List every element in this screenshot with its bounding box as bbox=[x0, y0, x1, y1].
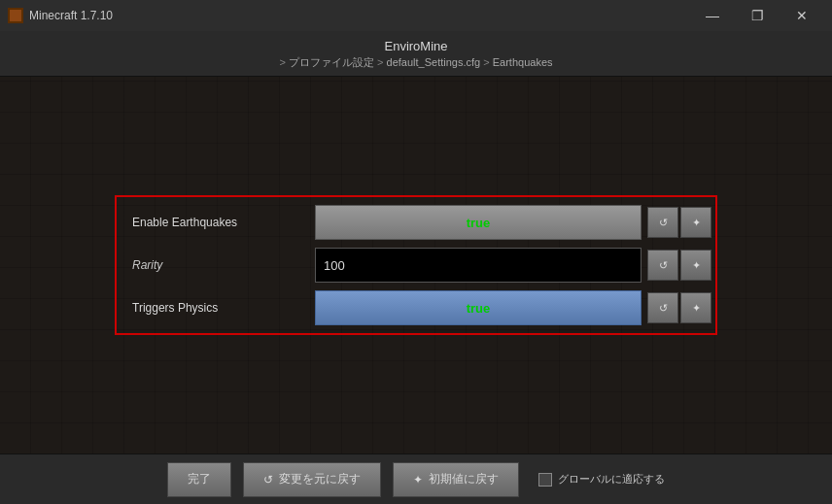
revert-button[interactable]: ↺ 変更を元に戻す bbox=[243, 462, 381, 497]
reset-enable-earthquakes[interactable]: ✦ bbox=[680, 207, 711, 238]
header: EnviroMine > プロファイル設定 > default_Settings… bbox=[0, 31, 832, 77]
value-enable-earthquakes: true bbox=[315, 205, 641, 240]
minimize-button[interactable]: — bbox=[690, 0, 735, 31]
breadcrumb-part2: default_Settings.cfg bbox=[387, 56, 481, 68]
undo-rarity[interactable]: ↺ bbox=[647, 250, 678, 281]
label-rarity: Rarity bbox=[121, 258, 315, 272]
done-button[interactable]: 完了 bbox=[167, 462, 231, 497]
reset-icon: ✦ bbox=[413, 473, 423, 487]
title-bar-left: Minecraft 1.7.10 bbox=[8, 8, 113, 23]
main-content: Enable Earthquakes true ↺ ✦ Rarity ↺ ✦ T… bbox=[0, 77, 832, 454]
value-triggers-physics: true bbox=[315, 290, 641, 325]
app-name: EnviroMine bbox=[0, 39, 832, 53]
breadcrumb-part3: Earthquakes bbox=[493, 56, 553, 68]
title-bar: Minecraft 1.7.10 — ❐ ✕ bbox=[0, 0, 832, 31]
toggle-triggers-physics[interactable]: true bbox=[315, 290, 641, 325]
done-label: 完了 bbox=[188, 471, 211, 487]
breadcrumb-part1: プロファイル設定 bbox=[289, 56, 374, 68]
reset-triggers-physics[interactable]: ✦ bbox=[680, 292, 711, 323]
title-bar-controls: — ❐ ✕ bbox=[690, 0, 824, 31]
label-triggers-physics: Triggers Physics bbox=[121, 301, 315, 315]
undo-triggers-physics[interactable]: ↺ bbox=[647, 292, 678, 323]
actions-triggers-physics: ↺ ✦ bbox=[647, 292, 711, 323]
undo-enable-earthquakes[interactable]: ↺ bbox=[647, 207, 678, 238]
reset-button[interactable]: ✦ 初期値に戻す bbox=[393, 462, 519, 497]
breadcrumb-arrow2: > bbox=[377, 56, 383, 68]
toggle-enable-earthquakes[interactable]: true bbox=[315, 205, 641, 240]
reset-rarity[interactable]: ✦ bbox=[680, 250, 711, 281]
reset-label: 初期値に戻す bbox=[429, 471, 499, 487]
breadcrumb-arrow1: > bbox=[279, 56, 285, 68]
setting-row-enable-earthquakes: Enable Earthquakes true ↺ ✦ bbox=[121, 201, 711, 244]
global-checkbox[interactable] bbox=[538, 473, 552, 487]
label-enable-earthquakes: Enable Earthquakes bbox=[121, 216, 315, 229]
revert-label: 変更を元に戻す bbox=[279, 471, 361, 487]
global-checkbox-area: グローバルに適応する bbox=[538, 472, 665, 487]
window-title: Minecraft 1.7.10 bbox=[29, 9, 113, 22]
app-icon bbox=[8, 8, 23, 23]
breadcrumb: > プロファイル設定 > default_Settings.cfg > Eart… bbox=[0, 55, 832, 70]
revert-icon: ↺ bbox=[263, 473, 273, 487]
global-checkbox-label: グローバルに適応する bbox=[558, 472, 665, 487]
breadcrumb-arrow3: > bbox=[483, 56, 489, 68]
close-button[interactable]: ✕ bbox=[780, 0, 824, 31]
settings-panel: Enable Earthquakes true ↺ ✦ Rarity ↺ ✦ T… bbox=[115, 195, 717, 335]
footer: 完了 ↺ 変更を元に戻す ✦ 初期値に戻す グローバルに適応する bbox=[0, 454, 832, 504]
actions-enable-earthquakes: ↺ ✦ bbox=[647, 207, 711, 238]
maximize-button[interactable]: ❐ bbox=[735, 0, 780, 31]
actions-rarity: ↺ ✦ bbox=[647, 250, 711, 281]
setting-row-triggers-physics: Triggers Physics true ↺ ✦ bbox=[121, 286, 711, 329]
value-rarity bbox=[315, 248, 641, 283]
input-rarity[interactable] bbox=[315, 248, 641, 283]
setting-row-rarity: Rarity ↺ ✦ bbox=[121, 244, 711, 286]
